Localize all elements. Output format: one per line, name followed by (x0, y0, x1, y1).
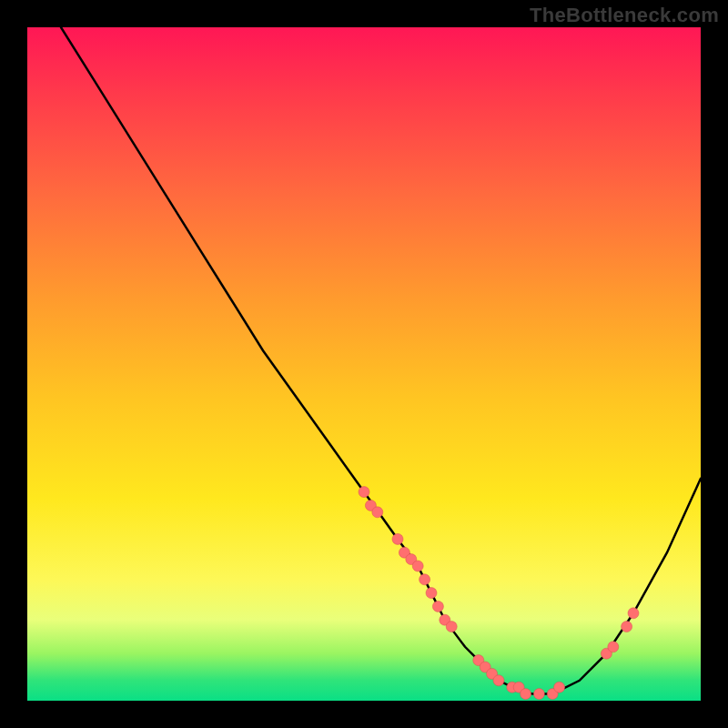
curve-marker (432, 601, 443, 612)
curve-marker (608, 642, 619, 652)
chart-stage: TheBottleneck.com (0, 0, 728, 728)
watermark-text: TheBottleneck.com (530, 4, 719, 27)
curve-overlay (27, 27, 701, 701)
curve-marker (628, 608, 639, 619)
curve-marker (392, 533, 403, 544)
bottleneck-curve (61, 27, 701, 694)
plot-area (27, 27, 701, 701)
curve-marker (359, 487, 369, 498)
curve-marker (412, 561, 423, 571)
curve-marker (426, 588, 437, 599)
curve-marker (446, 622, 457, 632)
curve-marker (372, 507, 383, 518)
curve-marker (533, 689, 544, 700)
curve-marker (493, 675, 504, 686)
curve-marker (420, 574, 430, 585)
curve-markers (359, 487, 639, 700)
curve-marker (554, 682, 565, 693)
curve-marker (521, 689, 531, 700)
curve-marker (622, 622, 632, 632)
